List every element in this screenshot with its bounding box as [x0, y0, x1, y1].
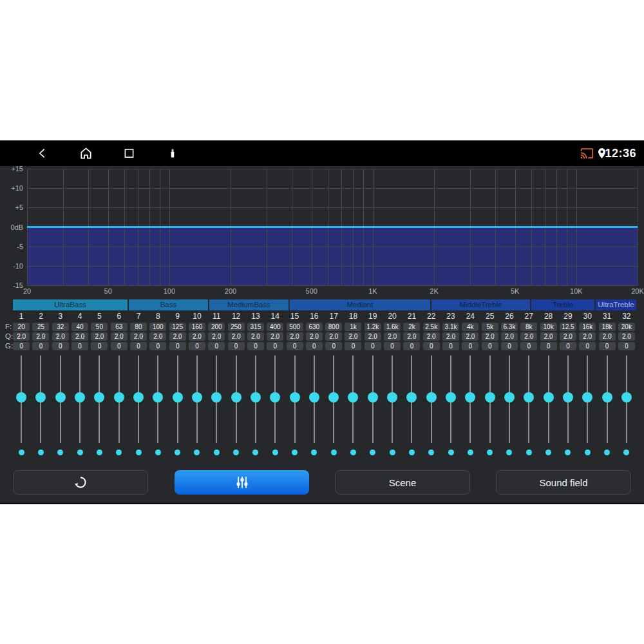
- gain-value[interactable]: 0: [208, 342, 225, 350]
- freq-value[interactable]: 125: [169, 323, 186, 331]
- freq-value[interactable]: 315: [247, 323, 264, 331]
- q-value[interactable]: 2.0: [462, 332, 478, 341]
- freq-value[interactable]: 10k: [540, 323, 557, 331]
- slider-track[interactable]: [79, 355, 80, 443]
- gain-value[interactable]: 0: [247, 342, 264, 350]
- q-value[interactable]: 2.0: [442, 332, 459, 341]
- q-value[interactable]: 2.0: [384, 332, 401, 341]
- slider-knob[interactable]: [16, 392, 26, 402]
- scene-button[interactable]: Scene: [335, 470, 470, 495]
- q-value[interactable]: 2.0: [287, 332, 303, 341]
- freq-value[interactable]: 160: [189, 323, 205, 331]
- q-value[interactable]: 2.0: [247, 332, 264, 341]
- slider-knob[interactable]: [153, 392, 163, 402]
- freq-value[interactable]: 2.5k: [423, 323, 440, 331]
- q-value[interactable]: 2.0: [228, 332, 245, 341]
- gain-value[interactable]: 0: [325, 342, 342, 350]
- freq-value[interactable]: 1.6k: [384, 323, 401, 331]
- slider-track[interactable]: [236, 355, 237, 443]
- gain-value[interactable]: 0: [365, 342, 381, 350]
- slider-track[interactable]: [118, 355, 120, 443]
- slider-knob[interactable]: [114, 392, 124, 402]
- q-value[interactable]: 2.0: [599, 332, 616, 341]
- slider-track[interactable]: [548, 355, 549, 443]
- slider-track[interactable]: [469, 355, 471, 443]
- slider-knob[interactable]: [94, 392, 104, 402]
- freq-value[interactable]: 100: [149, 323, 166, 331]
- q-value[interactable]: 2.0: [208, 332, 225, 341]
- q-value[interactable]: 2.0: [618, 332, 635, 341]
- slider-knob[interactable]: [426, 392, 437, 402]
- slider-knob[interactable]: [582, 392, 592, 402]
- slider-knob[interactable]: [231, 392, 242, 402]
- gain-value[interactable]: 0: [345, 342, 361, 350]
- q-value[interactable]: 2.0: [267, 332, 283, 341]
- slider-knob[interactable]: [173, 392, 183, 402]
- freq-value[interactable]: 400: [267, 323, 283, 331]
- slider-track[interactable]: [196, 355, 198, 443]
- sound-field-button[interactable]: Sound field: [496, 470, 631, 495]
- slider-knob[interactable]: [368, 392, 378, 402]
- slider-knob[interactable]: [133, 392, 144, 402]
- slider-track[interactable]: [509, 355, 510, 443]
- slider-track[interactable]: [333, 355, 334, 443]
- gain-value[interactable]: 0: [442, 342, 459, 350]
- back-icon[interactable]: [35, 146, 50, 160]
- slider-knob[interactable]: [35, 392, 46, 402]
- gain-value[interactable]: 0: [501, 342, 518, 350]
- slider-track[interactable]: [314, 355, 315, 443]
- slider-track[interactable]: [157, 355, 158, 443]
- slider-track[interactable]: [274, 355, 276, 443]
- freq-value[interactable]: 20: [13, 323, 30, 331]
- q-value[interactable]: 2.0: [32, 332, 49, 341]
- gain-value[interactable]: 0: [540, 342, 557, 350]
- gain-value[interactable]: 0: [32, 342, 49, 350]
- freq-value[interactable]: 200: [208, 323, 225, 331]
- slider-track[interactable]: [216, 355, 217, 443]
- freq-value[interactable]: 1.2k: [365, 323, 381, 331]
- q-value[interactable]: 2.0: [71, 332, 88, 341]
- freq-value[interactable]: 40: [71, 323, 88, 331]
- freq-value[interactable]: 3.1k: [442, 323, 459, 331]
- freq-value[interactable]: 16k: [579, 323, 596, 331]
- freq-value[interactable]: 80: [130, 323, 147, 331]
- slider-knob[interactable]: [270, 392, 280, 402]
- freq-value[interactable]: 500: [287, 323, 303, 331]
- gain-value[interactable]: 0: [189, 342, 205, 350]
- slider-knob[interactable]: [348, 392, 358, 402]
- freq-value[interactable]: 2k: [403, 323, 420, 331]
- freq-value[interactable]: 50: [91, 323, 108, 331]
- gain-value[interactable]: 0: [384, 342, 401, 350]
- slider-knob[interactable]: [524, 392, 534, 402]
- slider-track[interactable]: [255, 355, 256, 443]
- slider-track[interactable]: [392, 355, 393, 443]
- slider-knob[interactable]: [621, 392, 632, 402]
- q-value[interactable]: 2.0: [520, 332, 537, 341]
- gain-value[interactable]: 0: [520, 342, 537, 350]
- slider-knob[interactable]: [485, 392, 495, 402]
- q-value[interactable]: 2.0: [189, 332, 205, 341]
- q-value[interactable]: 2.0: [560, 332, 576, 341]
- freq-value[interactable]: 5k: [482, 323, 498, 331]
- slider-knob[interactable]: [75, 392, 85, 402]
- home-icon[interactable]: [79, 146, 93, 161]
- slider-track[interactable]: [40, 355, 41, 443]
- q-value[interactable]: 2.0: [111, 332, 128, 341]
- slider-track[interactable]: [528, 355, 529, 443]
- slider-track[interactable]: [99, 355, 100, 443]
- slider-knob[interactable]: [192, 392, 202, 402]
- slider-track[interactable]: [607, 355, 608, 443]
- q-value[interactable]: 2.0: [423, 332, 440, 341]
- gain-value[interactable]: 0: [306, 342, 323, 350]
- equalizer-button[interactable]: [175, 470, 309, 495]
- q-value[interactable]: 2.0: [149, 332, 166, 341]
- slider-knob[interactable]: [406, 392, 417, 402]
- gain-value[interactable]: 0: [403, 342, 420, 350]
- q-value[interactable]: 2.0: [325, 332, 342, 341]
- slider-knob[interactable]: [387, 392, 397, 402]
- slider-track[interactable]: [450, 355, 451, 443]
- q-value[interactable]: 2.0: [540, 332, 557, 341]
- freq-value[interactable]: 4k: [462, 323, 478, 331]
- gain-value[interactable]: 0: [52, 342, 69, 350]
- gain-value[interactable]: 0: [579, 342, 596, 350]
